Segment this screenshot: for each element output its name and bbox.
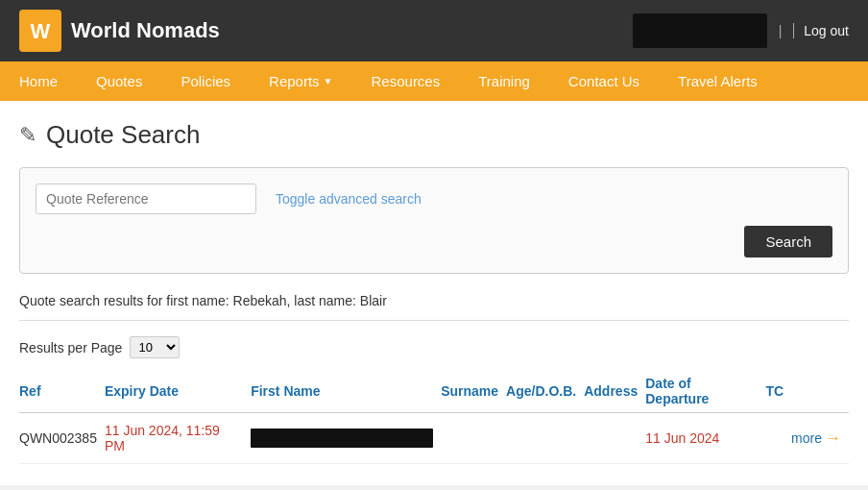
- table-body: QWN002385 11 Jun 2024, 11:59 PM 11 Jun 2…: [19, 413, 849, 464]
- divider: [19, 320, 849, 321]
- user-info-box: [633, 13, 767, 48]
- more-link[interactable]: more →: [791, 429, 841, 447]
- toggle-advanced-search-link[interactable]: Toggle advanced search: [276, 191, 422, 207]
- col-age-dob: Age/D.O.B.: [506, 370, 584, 413]
- table-header: Ref Expiry Date First Name Surname Age/D…: [19, 370, 849, 413]
- page-title-area: ✎ Quote Search: [19, 120, 849, 150]
- reports-dropdown-arrow: ▼: [324, 76, 333, 86]
- cell-expiry-date: 11 Jun 2024, 11:59 PM: [105, 413, 251, 464]
- cell-tc: [765, 413, 791, 464]
- quote-reference-input[interactable]: [36, 184, 256, 214]
- col-first-name: First Name: [251, 370, 441, 413]
- header-right: | Log out: [633, 13, 849, 48]
- cell-first-name: [251, 413, 441, 464]
- nav-item-resources[interactable]: Resources: [352, 61, 460, 101]
- search-row: Toggle advanced search: [36, 184, 832, 214]
- results-per-page-select[interactable]: 10 25 50 100: [130, 336, 180, 358]
- table-row: QWN002385 11 Jun 2024, 11:59 PM 11 Jun 2…: [19, 413, 849, 464]
- results-summary: Quote search results for first name: Reb…: [19, 293, 849, 308]
- logout-link[interactable]: Log out: [793, 23, 849, 38]
- cell-surname: [441, 413, 506, 464]
- main-nav: Home Quotes Policies Reports ▼ Resources…: [0, 61, 868, 101]
- nav-item-travel-alerts[interactable]: Travel Alerts: [659, 61, 777, 101]
- cell-address: [584, 413, 645, 464]
- arrow-right-icon: →: [826, 429, 841, 447]
- nav-item-home[interactable]: Home: [0, 61, 77, 101]
- header: W World Nomads | Log out: [0, 0, 868, 61]
- col-expiry-date: Expiry Date: [105, 370, 251, 413]
- results-per-page: Results per Page 10 25 50 100: [19, 336, 849, 358]
- nav-item-reports[interactable]: Reports ▼: [250, 61, 351, 101]
- results-table: Ref Expiry Date First Name Surname Age/D…: [19, 370, 849, 464]
- col-surname: Surname: [441, 370, 506, 413]
- table-header-row: Ref Expiry Date First Name Surname Age/D…: [19, 370, 849, 413]
- page-title: Quote Search: [46, 120, 200, 150]
- cell-date-of-departure: 11 Jun 2024: [645, 413, 765, 464]
- nav-item-contact-us[interactable]: Contact Us: [549, 61, 659, 101]
- nav-item-quotes[interactable]: Quotes: [77, 61, 161, 101]
- col-tc: TC: [765, 370, 791, 413]
- divider: |: [779, 23, 783, 38]
- nav-item-training[interactable]: Training: [459, 61, 549, 101]
- col-date-of-departure: Date of Departure: [645, 370, 765, 413]
- main-content: ✎ Quote Search Toggle advanced search Se…: [0, 101, 868, 485]
- search-button[interactable]: Search: [744, 226, 832, 257]
- search-box: Toggle advanced search Search: [19, 167, 849, 274]
- logo-icon: W: [19, 10, 61, 52]
- logo-area: W World Nomads: [19, 10, 220, 52]
- first-name-redacted: [251, 429, 433, 448]
- search-actions: Search: [36, 226, 832, 257]
- edit-icon: ✎: [19, 123, 36, 148]
- more-label: more: [791, 430, 822, 446]
- ref-link[interactable]: QWN002385: [19, 430, 97, 446]
- col-ref: Ref: [19, 370, 105, 413]
- svg-text:W: W: [31, 19, 51, 43]
- col-actions: [791, 370, 849, 413]
- nav-item-policies[interactable]: Policies: [161, 61, 250, 101]
- cell-ref: QWN002385: [19, 413, 105, 464]
- results-per-page-label: Results per Page: [19, 340, 122, 355]
- logo-text: World Nomads: [71, 18, 220, 43]
- cell-age-dob: [506, 413, 584, 464]
- col-address: Address: [584, 370, 645, 413]
- cell-more: more →: [791, 413, 849, 464]
